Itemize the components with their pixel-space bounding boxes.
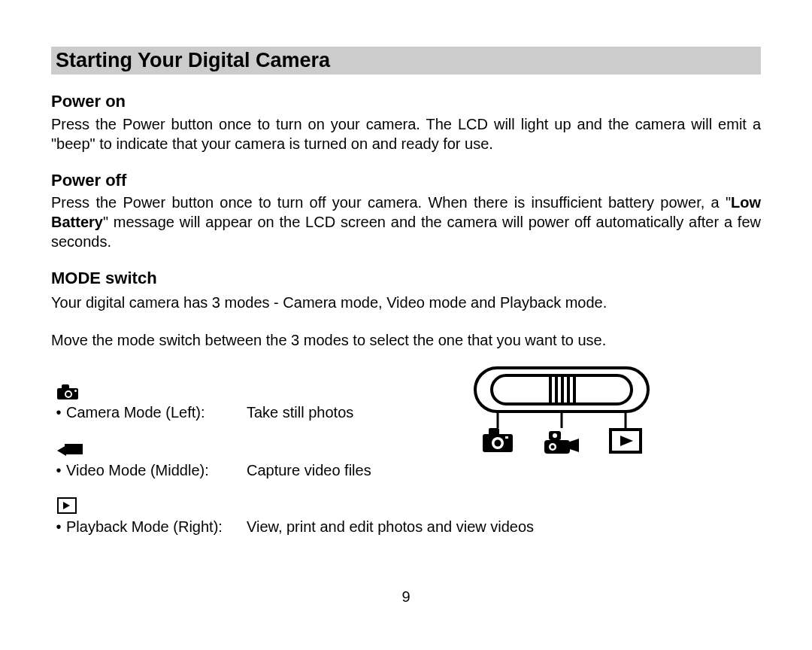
manual-page: Starting Your Digital Camera Power on Pr… bbox=[0, 0, 812, 628]
section-mode-switch: MODE switch Your digital camera has 3 mo… bbox=[51, 268, 761, 350]
playback-mode-row: • Playback Mode (Right): View, print and… bbox=[51, 518, 761, 536]
svg-marker-20 bbox=[570, 439, 579, 452]
heading-power-on: Power on bbox=[51, 91, 761, 113]
svg-marker-22 bbox=[620, 436, 633, 446]
mode-switch-line2: Move the mode switch between the 3 modes… bbox=[51, 330, 761, 350]
bullet-icon: • bbox=[51, 404, 66, 421]
mode-switch-diagram bbox=[460, 362, 663, 467]
bullet-icon: • bbox=[51, 462, 66, 479]
page-title: Starting Your Digital Camera bbox=[51, 47, 761, 74]
video-icon bbox=[57, 444, 83, 457]
section-power-off: Power off Press the Power button once to… bbox=[51, 170, 761, 252]
heading-mode-switch: MODE switch bbox=[51, 268, 761, 290]
modes-list: • Camera Mode (Left): Take still photos … bbox=[51, 384, 761, 536]
svg-point-19 bbox=[551, 445, 555, 448]
mode-switch-line1: Your digital camera has 3 modes - Camera… bbox=[51, 293, 761, 312]
bullet-icon: • bbox=[51, 518, 66, 536]
camera-icon bbox=[57, 384, 78, 399]
camera-mode-label: Camera Mode (Left): bbox=[66, 404, 247, 421]
heading-power-off: Power off bbox=[51, 170, 761, 192]
body-power-on: Press the Power button once to turn on y… bbox=[51, 114, 761, 153]
svg-rect-17 bbox=[544, 440, 570, 454]
playback-mode-label: Playback Mode (Right): bbox=[66, 518, 247, 536]
power-off-post: " message will appear on the LCD screen … bbox=[51, 214, 761, 250]
page-number: 9 bbox=[51, 588, 761, 606]
video-mode-label: Video Mode (Middle): bbox=[66, 462, 247, 479]
playback-mode-desc: View, print and edit photos and view vid… bbox=[247, 518, 761, 536]
svg-point-16 bbox=[553, 433, 557, 438]
body-power-off: Press the Power button once to turn off … bbox=[51, 193, 761, 251]
playback-icon bbox=[57, 497, 77, 514]
power-off-pre: Press the Power button once to turn off … bbox=[51, 194, 731, 211]
svg-point-13 bbox=[495, 439, 501, 446]
svg-rect-14 bbox=[505, 436, 508, 439]
section-power-on: Power on Press the Power button once to … bbox=[51, 91, 761, 153]
playback-mode-icon-row bbox=[57, 497, 761, 514]
svg-rect-11 bbox=[489, 428, 499, 436]
